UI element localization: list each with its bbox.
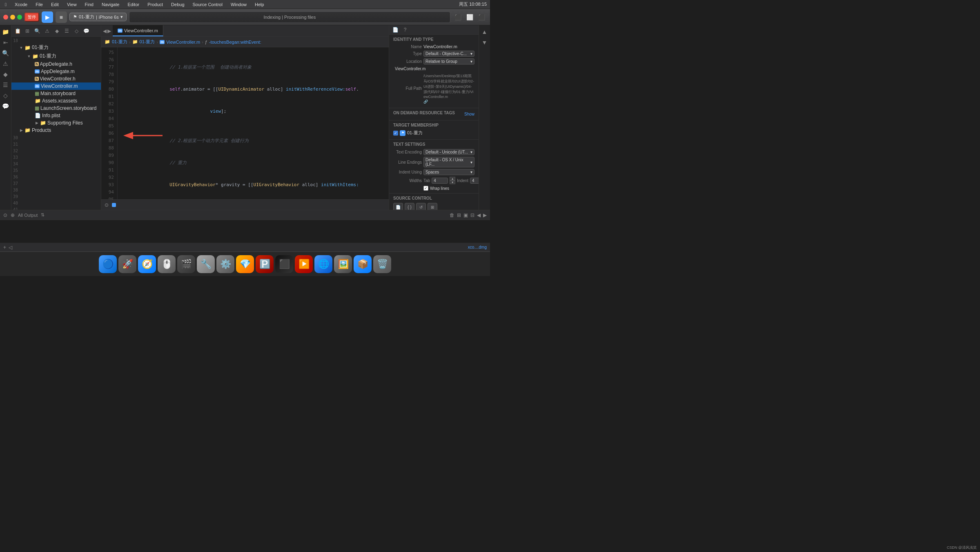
tab-input[interactable]: [432, 178, 448, 184]
dock-preview[interactable]: 🖼️: [334, 255, 352, 273]
right-nav-up[interactable]: ▲: [480, 27, 490, 37]
dock-launchpad[interactable]: 🚀: [118, 255, 136, 273]
sc-refresh-btn[interactable]: ↺: [416, 203, 426, 210]
indent-dropdown[interactable]: Spaces ▾: [423, 169, 474, 175]
debug-toggle[interactable]: ⬜: [465, 13, 475, 21]
folder-nav-btn[interactable]: 📁: [1, 27, 11, 37]
dock-video[interactable]: 🎬: [177, 255, 195, 273]
forward-btn[interactable]: ▶: [483, 212, 487, 218]
dock-browser[interactable]: 🌐: [314, 255, 332, 273]
tree-item-root-folder[interactable]: ▼ 📁 01-重力: [11, 43, 101, 52]
dock-app-6[interactable]: ⚙️: [216, 255, 234, 273]
sc-file-btn[interactable]: 📄: [393, 203, 403, 210]
debug-nav-btn[interactable]: ☰: [1, 80, 11, 90]
dock-sketch[interactable]: 💎: [236, 255, 254, 273]
test-nav-btn[interactable]: ◆: [1, 69, 11, 79]
dock-finder[interactable]: 🔵: [99, 255, 117, 273]
tab-increment-btn[interactable]: ▲: [450, 177, 455, 180]
jump-bar-btn[interactable]: ⊙: [105, 202, 109, 208]
type-dropdown[interactable]: Default - Objective-C... ▾: [423, 51, 474, 57]
xcode-menu[interactable]: Xcode: [13, 2, 29, 7]
reveal-in-finder-btn[interactable]: 🔗: [423, 100, 428, 104]
tab-decrement-btn[interactable]: ▼: [450, 180, 455, 184]
breadcrumb-1[interactable]: 01-重力: [112, 39, 127, 45]
tab-viewcontroller-m[interactable]: m ViewController.m: [113, 25, 163, 36]
indent-input[interactable]: [470, 178, 479, 184]
sidebar-tool-1[interactable]: 📋: [13, 27, 22, 36]
tree-item-info-plist[interactable]: 📄 Info.plist: [11, 112, 101, 119]
code-editor[interactable]: // 1.根据某一个范围 创建动画者对象 self.animator = [[U…: [118, 47, 389, 199]
navigator-toggle[interactable]: ⬛: [453, 13, 463, 21]
source-nav-btn[interactable]: ⇤: [1, 38, 11, 47]
full-btn[interactable]: ▣: [463, 212, 468, 218]
close-button[interactable]: [3, 15, 8, 20]
stop-button[interactable]: 暂停: [24, 13, 39, 22]
stop-square-button[interactable]: ■: [56, 11, 67, 23]
dock-tools[interactable]: 🔧: [197, 255, 215, 273]
dock-terminal[interactable]: ⬛: [275, 255, 293, 273]
product-menu[interactable]: Product: [146, 2, 165, 7]
sidebar-tool-6[interactable]: ☰: [62, 27, 71, 36]
warning-nav-btn[interactable]: ⚠: [1, 59, 11, 69]
inspector-toggle[interactable]: ⬛: [477, 13, 487, 21]
tab-back-btn[interactable]: ◀: [103, 28, 107, 34]
inspector-help-btn[interactable]: ?: [401, 25, 410, 34]
breadcrumb-4[interactable]: -touchesBegan:withEvent:: [209, 40, 261, 45]
search-nav-btn[interactable]: 🔍: [1, 48, 11, 58]
find-menu[interactable]: Find: [83, 2, 95, 7]
source-control-menu[interactable]: Source Control: [191, 2, 224, 7]
tab-forward-btn[interactable]: ▶: [107, 28, 111, 34]
help-menu[interactable]: Help: [253, 2, 266, 7]
sidebar-tool-2[interactable]: ⊞: [23, 27, 32, 36]
show-btn[interactable]: Show: [464, 112, 474, 116]
tree-item-appdelegate-m[interactable]: m AppDelegate.m: [11, 68, 101, 75]
view-menu[interactable]: View: [65, 2, 78, 7]
add-btn[interactable]: +: [3, 245, 6, 250]
target-checkbox[interactable]: ✓: [393, 131, 398, 136]
tree-item-assets[interactable]: 📁 Assets.xcassets: [11, 97, 101, 105]
tree-item-subfolder[interactable]: ▼ 📁 01-重力: [11, 52, 101, 60]
dock-store[interactable]: 📦: [354, 255, 372, 273]
tree-item-viewcontroller-m[interactable]: m ViewController.m: [11, 82, 101, 90]
fullscreen-button[interactable]: [17, 15, 22, 20]
inspector-file-btn[interactable]: 📄: [391, 25, 400, 34]
window-menu[interactable]: Window: [229, 2, 248, 7]
back-btn[interactable]: ◀: [477, 212, 481, 218]
tree-item-appdelegate-h[interactable]: h AppDelegate.h: [11, 60, 101, 68]
sc-grid-btn[interactable]: ⊞: [428, 203, 437, 210]
debug-expand-btn[interactable]: ⊕: [11, 212, 15, 218]
encoding-dropdown[interactable]: Default - Unicode (UT... ▾: [423, 149, 474, 155]
tree-item-main-storyboard[interactable]: ▦ Main.storyboard: [11, 90, 101, 97]
tree-item-viewcontroller-h[interactable]: h ViewController.h: [11, 75, 101, 82]
endings-dropdown[interactable]: Default - OS X / Unix (LF... ▾: [423, 157, 474, 167]
navigate-menu[interactable]: Navigate: [100, 2, 121, 7]
location-dropdown[interactable]: Relative to Group ▾: [423, 58, 474, 65]
sidebar-tool-8[interactable]: 💬: [82, 27, 91, 36]
sidebar-tool-7[interactable]: ◇: [72, 27, 81, 36]
sidebar-tool-3[interactable]: 🔍: [33, 27, 42, 36]
debug-collapse-btn[interactable]: ⊙: [3, 212, 7, 218]
tree-item-products[interactable]: ▶ 📁 Products: [11, 127, 101, 134]
dock-player[interactable]: ▶️: [295, 255, 313, 273]
run-button[interactable]: ▶: [42, 11, 53, 23]
edit-menu[interactable]: Edit: [49, 2, 60, 7]
dock-pp[interactable]: 🅿️: [256, 255, 274, 273]
sidebar-tool-4[interactable]: ⚠: [42, 27, 51, 36]
sidebar-tool-5[interactable]: ◆: [52, 27, 61, 36]
filter-btn[interactable]: ◁: [9, 245, 12, 250]
file-menu[interactable]: File: [34, 2, 45, 7]
editor-menu[interactable]: Editor: [126, 2, 141, 7]
trash-btn[interactable]: 🗑: [450, 212, 454, 218]
minimize-button[interactable]: [10, 15, 15, 20]
dock-trash[interactable]: 🗑️: [373, 255, 391, 273]
dock-mouse[interactable]: 🖱️: [158, 255, 176, 273]
dock-safari[interactable]: 🧭: [138, 255, 156, 273]
split-btn[interactable]: ⊞: [457, 212, 461, 218]
apple-menu[interactable]: : [3, 2, 8, 7]
scheme-selector[interactable]: ⚑ 01-重力 | iPhone 6s ▾: [69, 13, 127, 21]
wrap-checkbox[interactable]: ✓: [423, 186, 428, 191]
log-nav-btn[interactable]: 💬: [1, 101, 11, 111]
breadcrumb-2[interactable]: 01-重力: [140, 39, 155, 45]
sc-branch-btn[interactable]: { }: [405, 203, 414, 210]
right-nav-down[interactable]: ▼: [480, 38, 490, 47]
